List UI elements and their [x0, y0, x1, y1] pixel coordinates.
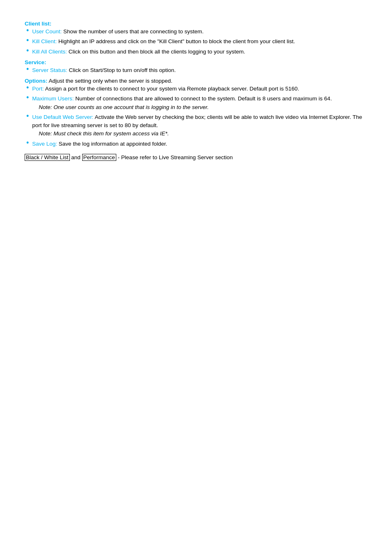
- item-desc: Click on Start/Stop to turn on/off this …: [67, 67, 176, 73]
- bullet-icon: •: [26, 37, 29, 44]
- service-items: • Server Status: Click on Start/Stop to …: [25, 66, 367, 74]
- term-label: User Count:: [32, 28, 62, 35]
- options-intro-text: Adjust the setting only when the server …: [48, 78, 173, 84]
- list-item: • Server Status: Click on Start/Stop to …: [25, 66, 367, 74]
- options-intro-line: Options: Adjust the setting only when th…: [25, 78, 367, 84]
- item-content: Maximum Users: Number of connections tha…: [32, 95, 332, 111]
- item-desc: Assign a port for the clients to connect…: [44, 86, 299, 92]
- options-section: Options: Adjust the setting only when th…: [25, 78, 367, 148]
- list-item: • User Count: Show the number of users t…: [25, 28, 367, 36]
- term-label: Kill Client:: [32, 38, 57, 44]
- note-text: Note: Must check this item for system ac…: [39, 130, 169, 137]
- item-desc: Highlight an IP address and click on the…: [57, 38, 295, 44]
- bullet-icon: •: [26, 47, 29, 54]
- item-content: Port: Assign a port for the clients to c…: [32, 85, 299, 93]
- suffix-text: - Please refer to Live Streaming Server …: [116, 154, 233, 160]
- bullet-icon: •: [26, 94, 29, 101]
- item-content: Save Log: Save the log information at ap…: [32, 140, 167, 148]
- and-text: and: [70, 154, 82, 160]
- black-white-list-link[interactable]: Black / White List: [25, 154, 70, 161]
- page-content: Client list: • User Count: Show the numb…: [0, 0, 392, 182]
- client-list-items: • User Count: Show the number of users t…: [25, 28, 367, 56]
- bullet-icon: •: [26, 112, 29, 120]
- term-label: Maximum Users:: [32, 95, 74, 102]
- list-item: • Save Log: Save the log information at …: [25, 140, 367, 148]
- bullet-icon: •: [26, 65, 29, 73]
- term-label: Port:: [32, 86, 44, 92]
- performance-link[interactable]: Performance: [82, 154, 116, 161]
- term-label: Kill All Clients:: [32, 49, 67, 55]
- bullet-icon: •: [26, 27, 29, 34]
- term-label: Use Default Web Server:: [32, 114, 93, 120]
- item-content: Server Status: Click on Start/Stop to tu…: [32, 66, 175, 74]
- bullet-icon: •: [26, 84, 29, 91]
- term-label: Save Log:: [32, 141, 57, 147]
- bullet-icon: •: [26, 139, 29, 146]
- term-label: Server Status:: [32, 67, 67, 73]
- service-heading: Service:: [25, 59, 46, 65]
- list-item: • Kill All Clients: Click on this button…: [25, 48, 367, 56]
- service-section: Service: • Server Status: Click on Start…: [25, 59, 367, 74]
- client-list-heading: Client list:: [25, 21, 51, 27]
- list-item: • Maximum Users: Number of connections t…: [25, 95, 367, 111]
- item-desc: Number of connections that are allowed t…: [74, 95, 332, 102]
- note-text: Note: One user counts as one account tha…: [39, 104, 209, 110]
- item-desc: Click on this button and then block all …: [67, 49, 245, 55]
- bottom-line: Black / White List and Performance - Ple…: [25, 153, 367, 162]
- list-item: • Use Default Web Server: Activate the W…: [25, 113, 367, 138]
- item-desc: Save the log information at appointed fo…: [57, 141, 167, 147]
- item-content: User Count: Show the number of users tha…: [32, 28, 203, 36]
- item-content: Use Default Web Server: Activate the Web…: [32, 113, 367, 138]
- list-item: • Kill Client: Highlight an IP address a…: [25, 37, 367, 46]
- list-item: • Port: Assign a port for the clients to…: [25, 85, 367, 93]
- client-list-section: Client list: • User Count: Show the numb…: [25, 21, 367, 56]
- item-desc: Show the number of users that are connec…: [62, 28, 203, 35]
- options-items: • Port: Assign a port for the clients to…: [25, 85, 367, 148]
- item-content: Kill Client: Highlight an IP address and…: [32, 37, 295, 46]
- options-heading: Options:: [25, 78, 48, 84]
- item-content: Kill All Clients: Click on this button a…: [32, 48, 245, 56]
